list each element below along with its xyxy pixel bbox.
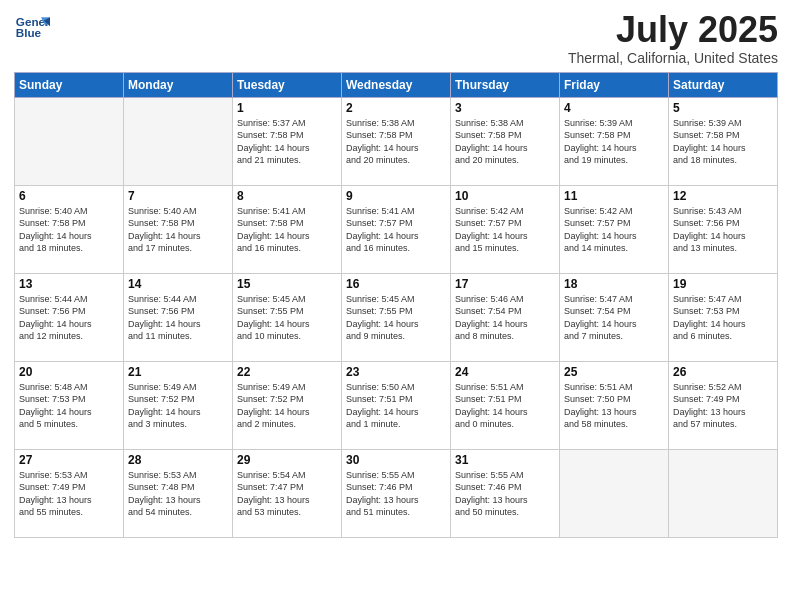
day-number: 2: [346, 101, 446, 115]
day-number: 17: [455, 277, 555, 291]
title-block: July 2025 Thermal, California, United St…: [568, 10, 778, 66]
day-number: 1: [237, 101, 337, 115]
day-number: 20: [19, 365, 119, 379]
day-number: 27: [19, 453, 119, 467]
day-number: 15: [237, 277, 337, 291]
day-info: Sunrise: 5:54 AM Sunset: 7:47 PM Dayligh…: [237, 469, 337, 519]
day-info: Sunrise: 5:42 AM Sunset: 7:57 PM Dayligh…: [455, 205, 555, 255]
calendar-cell: 25Sunrise: 5:51 AM Sunset: 7:50 PM Dayli…: [560, 361, 669, 449]
calendar-cell: 11Sunrise: 5:42 AM Sunset: 7:57 PM Dayli…: [560, 185, 669, 273]
day-number: 16: [346, 277, 446, 291]
day-number: 11: [564, 189, 664, 203]
day-info: Sunrise: 5:39 AM Sunset: 7:58 PM Dayligh…: [564, 117, 664, 167]
calendar-cell: 19Sunrise: 5:47 AM Sunset: 7:53 PM Dayli…: [669, 273, 778, 361]
calendar-cell: 13Sunrise: 5:44 AM Sunset: 7:56 PM Dayli…: [15, 273, 124, 361]
col-saturday: Saturday: [669, 72, 778, 97]
calendar-cell: [124, 97, 233, 185]
calendar-cell: [560, 449, 669, 537]
calendar-cell: 26Sunrise: 5:52 AM Sunset: 7:49 PM Dayli…: [669, 361, 778, 449]
calendar-cell: 31Sunrise: 5:55 AM Sunset: 7:46 PM Dayli…: [451, 449, 560, 537]
header: General Blue July 2025 Thermal, Californ…: [14, 10, 778, 66]
day-number: 7: [128, 189, 228, 203]
calendar-cell: 21Sunrise: 5:49 AM Sunset: 7:52 PM Dayli…: [124, 361, 233, 449]
day-info: Sunrise: 5:55 AM Sunset: 7:46 PM Dayligh…: [346, 469, 446, 519]
col-monday: Monday: [124, 72, 233, 97]
day-info: Sunrise: 5:44 AM Sunset: 7:56 PM Dayligh…: [128, 293, 228, 343]
calendar-week-2: 6Sunrise: 5:40 AM Sunset: 7:58 PM Daylig…: [15, 185, 778, 273]
day-info: Sunrise: 5:55 AM Sunset: 7:46 PM Dayligh…: [455, 469, 555, 519]
col-thursday: Thursday: [451, 72, 560, 97]
calendar-cell: 20Sunrise: 5:48 AM Sunset: 7:53 PM Dayli…: [15, 361, 124, 449]
calendar-cell: 27Sunrise: 5:53 AM Sunset: 7:49 PM Dayli…: [15, 449, 124, 537]
col-wednesday: Wednesday: [342, 72, 451, 97]
calendar-cell: 24Sunrise: 5:51 AM Sunset: 7:51 PM Dayli…: [451, 361, 560, 449]
day-number: 24: [455, 365, 555, 379]
calendar-week-1: 1Sunrise: 5:37 AM Sunset: 7:58 PM Daylig…: [15, 97, 778, 185]
calendar-cell: 7Sunrise: 5:40 AM Sunset: 7:58 PM Daylig…: [124, 185, 233, 273]
calendar-cell: 17Sunrise: 5:46 AM Sunset: 7:54 PM Dayli…: [451, 273, 560, 361]
day-number: 31: [455, 453, 555, 467]
logo: General Blue: [14, 10, 50, 46]
day-number: 28: [128, 453, 228, 467]
svg-text:Blue: Blue: [16, 26, 42, 39]
day-info: Sunrise: 5:47 AM Sunset: 7:53 PM Dayligh…: [673, 293, 773, 343]
calendar-header-row: Sunday Monday Tuesday Wednesday Thursday…: [15, 72, 778, 97]
location-title: Thermal, California, United States: [568, 50, 778, 66]
day-number: 25: [564, 365, 664, 379]
day-number: 3: [455, 101, 555, 115]
calendar-cell: 8Sunrise: 5:41 AM Sunset: 7:58 PM Daylig…: [233, 185, 342, 273]
day-info: Sunrise: 5:53 AM Sunset: 7:48 PM Dayligh…: [128, 469, 228, 519]
month-title: July 2025: [568, 10, 778, 50]
day-info: Sunrise: 5:46 AM Sunset: 7:54 PM Dayligh…: [455, 293, 555, 343]
col-friday: Friday: [560, 72, 669, 97]
day-info: Sunrise: 5:47 AM Sunset: 7:54 PM Dayligh…: [564, 293, 664, 343]
day-number: 22: [237, 365, 337, 379]
day-info: Sunrise: 5:49 AM Sunset: 7:52 PM Dayligh…: [128, 381, 228, 431]
calendar-cell: 2Sunrise: 5:38 AM Sunset: 7:58 PM Daylig…: [342, 97, 451, 185]
day-info: Sunrise: 5:40 AM Sunset: 7:58 PM Dayligh…: [128, 205, 228, 255]
day-number: 14: [128, 277, 228, 291]
calendar-cell: 16Sunrise: 5:45 AM Sunset: 7:55 PM Dayli…: [342, 273, 451, 361]
day-number: 6: [19, 189, 119, 203]
day-info: Sunrise: 5:38 AM Sunset: 7:58 PM Dayligh…: [455, 117, 555, 167]
day-number: 23: [346, 365, 446, 379]
calendar-cell: 5Sunrise: 5:39 AM Sunset: 7:58 PM Daylig…: [669, 97, 778, 185]
calendar-cell: 18Sunrise: 5:47 AM Sunset: 7:54 PM Dayli…: [560, 273, 669, 361]
calendar-cell: 14Sunrise: 5:44 AM Sunset: 7:56 PM Dayli…: [124, 273, 233, 361]
col-tuesday: Tuesday: [233, 72, 342, 97]
col-sunday: Sunday: [15, 72, 124, 97]
day-number: 18: [564, 277, 664, 291]
day-number: 10: [455, 189, 555, 203]
day-number: 5: [673, 101, 773, 115]
day-info: Sunrise: 5:38 AM Sunset: 7:58 PM Dayligh…: [346, 117, 446, 167]
calendar-cell: 23Sunrise: 5:50 AM Sunset: 7:51 PM Dayli…: [342, 361, 451, 449]
calendar-cell: 12Sunrise: 5:43 AM Sunset: 7:56 PM Dayli…: [669, 185, 778, 273]
day-info: Sunrise: 5:43 AM Sunset: 7:56 PM Dayligh…: [673, 205, 773, 255]
calendar-cell: 3Sunrise: 5:38 AM Sunset: 7:58 PM Daylig…: [451, 97, 560, 185]
day-number: 4: [564, 101, 664, 115]
day-info: Sunrise: 5:39 AM Sunset: 7:58 PM Dayligh…: [673, 117, 773, 167]
day-number: 8: [237, 189, 337, 203]
day-info: Sunrise: 5:45 AM Sunset: 7:55 PM Dayligh…: [346, 293, 446, 343]
calendar-cell: 9Sunrise: 5:41 AM Sunset: 7:57 PM Daylig…: [342, 185, 451, 273]
day-info: Sunrise: 5:51 AM Sunset: 7:50 PM Dayligh…: [564, 381, 664, 431]
day-number: 9: [346, 189, 446, 203]
day-number: 19: [673, 277, 773, 291]
day-info: Sunrise: 5:42 AM Sunset: 7:57 PM Dayligh…: [564, 205, 664, 255]
calendar-cell: [669, 449, 778, 537]
day-info: Sunrise: 5:41 AM Sunset: 7:57 PM Dayligh…: [346, 205, 446, 255]
calendar-cell: 1Sunrise: 5:37 AM Sunset: 7:58 PM Daylig…: [233, 97, 342, 185]
day-info: Sunrise: 5:52 AM Sunset: 7:49 PM Dayligh…: [673, 381, 773, 431]
calendar-cell: 29Sunrise: 5:54 AM Sunset: 7:47 PM Dayli…: [233, 449, 342, 537]
calendar-week-5: 27Sunrise: 5:53 AM Sunset: 7:49 PM Dayli…: [15, 449, 778, 537]
calendar: Sunday Monday Tuesday Wednesday Thursday…: [14, 72, 778, 538]
day-info: Sunrise: 5:40 AM Sunset: 7:58 PM Dayligh…: [19, 205, 119, 255]
day-info: Sunrise: 5:50 AM Sunset: 7:51 PM Dayligh…: [346, 381, 446, 431]
day-info: Sunrise: 5:49 AM Sunset: 7:52 PM Dayligh…: [237, 381, 337, 431]
day-number: 26: [673, 365, 773, 379]
calendar-cell: 28Sunrise: 5:53 AM Sunset: 7:48 PM Dayli…: [124, 449, 233, 537]
calendar-cell: 22Sunrise: 5:49 AM Sunset: 7:52 PM Dayli…: [233, 361, 342, 449]
day-info: Sunrise: 5:45 AM Sunset: 7:55 PM Dayligh…: [237, 293, 337, 343]
calendar-week-4: 20Sunrise: 5:48 AM Sunset: 7:53 PM Dayli…: [15, 361, 778, 449]
logo-icon: General Blue: [14, 10, 50, 46]
